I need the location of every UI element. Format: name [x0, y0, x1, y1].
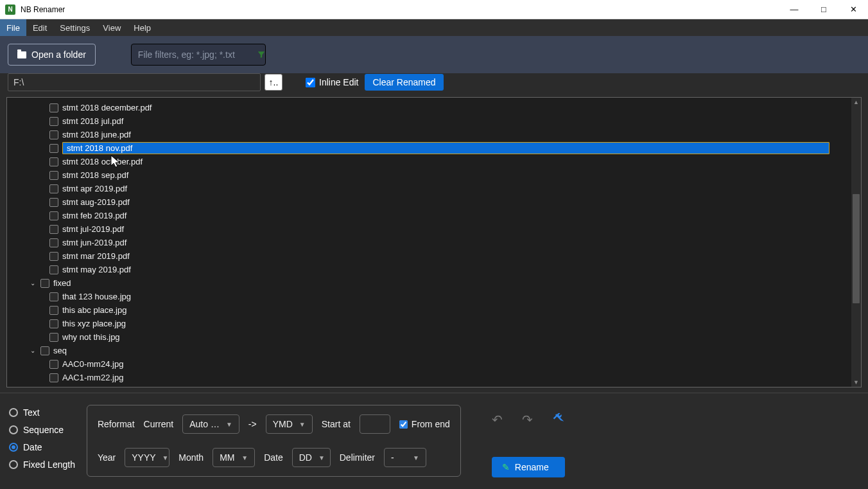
menu-edit[interactable]: Edit — [26, 19, 53, 36]
file-row[interactable]: stmt 2018 jul.pdf — [7, 114, 851, 128]
row-label: stmt 2018 jul.pdf — [62, 116, 123, 126]
delimiter-label: Delimiter — [340, 452, 375, 463]
file-row[interactable]: stmt 2018 nov.pdf — [7, 141, 851, 155]
target-format-select[interactable]: YMD▼ — [266, 414, 313, 434]
row-checkbox[interactable] — [49, 184, 58, 193]
file-row[interactable]: stmt jul-2019.pdf — [7, 222, 851, 236]
rename-button[interactable]: ✎ Rename — [492, 457, 565, 477]
row-checkbox[interactable] — [49, 130, 58, 139]
row-label: stmt 2018 october.pdf — [62, 157, 143, 166]
row-checkbox[interactable] — [49, 211, 58, 220]
current-format-select[interactable]: Auto …▼ — [182, 414, 239, 434]
start-at-input[interactable] — [360, 414, 390, 434]
filter-icon — [257, 50, 266, 59]
scroll-up-icon[interactable]: ▲ — [851, 98, 861, 107]
row-label: that 123 house.jpg — [62, 292, 131, 301]
row-checkbox[interactable] — [49, 238, 58, 247]
row-checkbox[interactable] — [49, 225, 58, 234]
month-label: Month — [178, 452, 204, 463]
row-label: fixed — [53, 278, 71, 288]
mode-date[interactable]: Date — [9, 442, 75, 452]
row-checkbox[interactable] — [49, 306, 58, 315]
mode-label: Date — [23, 442, 42, 452]
file-row[interactable]: stmt mar 2019.pdf — [7, 249, 851, 263]
scrollbar[interactable]: ▲ ▼ — [851, 98, 861, 387]
row-label: stmt jul-2019.pdf — [62, 224, 124, 234]
file-row[interactable]: stmt 2018 october.pdf — [7, 155, 851, 168]
window-minimize[interactable]: — — [779, 0, 809, 19]
scroll-down-icon[interactable]: ▼ — [851, 378, 861, 387]
row-label: stmt feb 2019.pdf — [62, 211, 126, 220]
redo-icon[interactable]: ↷ — [522, 412, 533, 427]
rename-label: Rename — [515, 462, 549, 472]
path-input[interactable] — [8, 73, 261, 91]
menu-view[interactable]: View — [96, 19, 127, 36]
chevron-down-icon: ▼ — [299, 421, 306, 428]
row-checkbox[interactable] — [49, 319, 58, 328]
up-directory-button[interactable]: ↑.. — [265, 74, 282, 91]
chevron-down-icon[interactable]: ⌄ — [30, 280, 37, 287]
undo-icon[interactable]: ↶ — [492, 412, 503, 427]
date-options: Reformat Current Auto …▼ -> YMD▼ Start a… — [87, 405, 461, 477]
row-checkbox[interactable] — [40, 279, 49, 288]
current-label: Current — [144, 419, 174, 429]
file-row[interactable]: stmt aug-2019.pdf — [7, 195, 851, 209]
file-tree: stmt 2018 december.pdfstmt 2018 jul.pdfs… — [6, 97, 862, 387]
toolbar: Open a folder — [0, 36, 868, 73]
row-checkbox[interactable] — [40, 346, 49, 355]
row-checkbox[interactable] — [49, 171, 58, 180]
row-checkbox[interactable] — [49, 292, 58, 301]
file-row[interactable]: stmt apr 2019.pdf — [7, 182, 851, 195]
file-row[interactable]: this abc place.jpg — [7, 303, 851, 317]
file-row[interactable]: AAC0-mm24.jpg — [7, 357, 851, 371]
row-checkbox[interactable] — [49, 333, 58, 342]
folder-row[interactable]: ⌄fixed — [7, 276, 851, 290]
file-row[interactable]: this xyz place.jpg — [7, 317, 851, 330]
menu-file[interactable]: File — [0, 19, 26, 36]
file-filter-input[interactable] — [132, 49, 257, 60]
delimiter-select[interactable]: -▼ — [384, 448, 426, 467]
row-checkbox[interactable] — [49, 144, 58, 153]
clear-renamed-button[interactable]: Clear Renamed — [365, 74, 443, 91]
row-checkbox[interactable] — [49, 373, 58, 382]
row-checkbox[interactable] — [49, 103, 58, 112]
menu-settings[interactable]: Settings — [53, 19, 96, 36]
mode-text[interactable]: Text — [9, 407, 75, 418]
day-select[interactable]: DD▼ — [292, 448, 331, 467]
file-filter-field[interactable] — [131, 44, 266, 66]
row-label: why not this.jpg — [62, 332, 120, 342]
from-end-checkbox[interactable] — [399, 420, 408, 429]
tools-icon[interactable] — [552, 411, 565, 427]
folder-row[interactable]: ⌄seq — [7, 344, 851, 357]
row-checkbox[interactable] — [49, 117, 58, 126]
from-end-label: From end — [412, 419, 450, 429]
row-label: stmt may 2019.pdf — [62, 265, 131, 274]
file-row[interactable]: stmt 2018 june.pdf — [7, 128, 851, 141]
file-row[interactable]: why not this.jpg — [7, 330, 851, 344]
mode-fixed-length[interactable]: Fixed Length — [9, 459, 75, 470]
scroll-thumb[interactable] — [853, 194, 860, 303]
file-row[interactable]: that 123 house.jpg — [7, 290, 851, 303]
chevron-down-icon: ▼ — [162, 454, 169, 461]
file-row[interactable]: AAC1-mm22.jpg — [7, 371, 851, 384]
row-checkbox[interactable] — [49, 198, 58, 207]
window-maximize[interactable]: □ — [809, 0, 838, 19]
year-select[interactable]: YYYY▼ — [125, 448, 169, 467]
row-checkbox[interactable] — [49, 157, 58, 166]
menu-help[interactable]: Help — [127, 19, 157, 36]
inline-edit-checkbox[interactable] — [306, 78, 315, 87]
row-checkbox[interactable] — [49, 252, 58, 261]
row-label: stmt 2018 sep.pdf — [62, 170, 128, 180]
row-checkbox[interactable] — [49, 360, 58, 369]
chevron-down-icon[interactable]: ⌄ — [30, 347, 37, 354]
file-row[interactable]: stmt jun-2019.pdf — [7, 236, 851, 249]
file-row[interactable]: stmt 2018 december.pdf — [7, 101, 851, 114]
window-close[interactable]: ✕ — [838, 0, 868, 19]
file-row[interactable]: stmt feb 2019.pdf — [7, 209, 851, 222]
file-row[interactable]: stmt 2018 sep.pdf — [7, 168, 851, 182]
file-row[interactable]: stmt may 2019.pdf — [7, 263, 851, 276]
row-checkbox[interactable] — [49, 265, 58, 274]
month-select[interactable]: MM▼ — [213, 448, 255, 467]
open-folder-button[interactable]: Open a folder — [8, 44, 96, 66]
mode-sequence[interactable]: Sequence — [9, 425, 75, 435]
